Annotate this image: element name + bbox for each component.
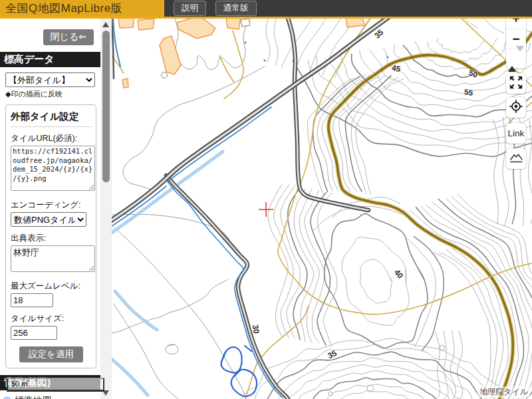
contour-label-55: 55 (464, 87, 473, 98)
contour-label-30: 30 (251, 324, 261, 334)
fullscreen-control (506, 73, 526, 94)
encoding-label: エンコーディング: (11, 200, 92, 211)
tile-url-label: タイルURL(必須): (11, 133, 92, 144)
geolocate-control (506, 97, 526, 118)
compass-icon (508, 52, 524, 66)
fullscreen-button[interactable] (507, 74, 525, 93)
geolocate-icon (509, 99, 523, 114)
app-window: 35 45 50 55 40 30 35 地理院タイル 全国Q地図MapLibr… (0, 0, 532, 399)
attribution-input[interactable]: 林野庁 (11, 245, 95, 272)
app-header: 全国Q地図MapLibre版 説明 通常版 (0, 0, 532, 19)
sidebar-scrollbar[interactable] (100, 19, 112, 399)
max-zoom-input[interactable] (11, 293, 53, 307)
background-option-row: 標準地図 (3, 395, 98, 399)
app-title-block: 全国Q地図MapLibre版 (0, 0, 164, 17)
background-standard-radio[interactable] (3, 397, 11, 399)
link-button[interactable]: Link (507, 124, 525, 143)
help-button[interactable]: 説明 (174, 1, 206, 16)
terrain-button[interactable] (507, 149, 525, 168)
encoding-select[interactable]: 数値PNGタイル (11, 212, 86, 227)
elevation-source-select[interactable]: 【外部タイル】 (5, 72, 95, 87)
scale-label: 50 m (11, 380, 27, 388)
zoom-out-button[interactable]: − (507, 29, 525, 48)
external-tile-settings-box: 外部タイル設定 タイルURL(必須): https://cf192141.clo… (5, 104, 96, 368)
geolocate-button[interactable] (507, 98, 525, 117)
tile-size-label: タイルサイズ: (11, 313, 92, 325)
contour-label-45: 45 (391, 63, 402, 74)
external-tile-settings-title: 外部タイル設定 (11, 110, 92, 127)
elevation-note: ◆印の描画に反映 (5, 89, 95, 99)
link-control: Link (506, 123, 526, 144)
map-scale-bar: 50 m (7, 378, 104, 392)
tile-size-input[interactable] (11, 326, 57, 340)
terrain-control (506, 148, 526, 169)
background-standard-label: 標準地図 (15, 395, 52, 399)
app-title: 全国Q地図MapLibre版 (5, 1, 122, 16)
map-attribution: 地理院タイル (477, 386, 530, 398)
max-zoom-label: 最大ズームレベル: (11, 281, 92, 292)
apply-settings-button[interactable]: 設定を適用 (19, 346, 83, 362)
elevation-section-header: 標高データ (0, 52, 100, 67)
normal-version-button[interactable]: 通常版 (215, 1, 257, 16)
scrollbar-thumb[interactable] (102, 31, 110, 182)
terrain-mountains-icon (508, 150, 524, 166)
fullscreen-icon (509, 75, 523, 90)
attribution-label: 出典表示: (11, 233, 92, 244)
settings-sidebar: 閉じる⇐ 標高データ 【外部タイル】 ◆印の描画に反映 外部タイル設定 タイルU… (0, 19, 112, 399)
scrollbar-up-arrow-icon[interactable] (102, 22, 109, 27)
close-sidebar-button[interactable]: 閉じる⇐ (43, 29, 94, 45)
tile-url-input[interactable]: https://cf192141.cloudfree.jp/nagaoka/de… (11, 146, 95, 191)
compass-pitch-button[interactable] (507, 49, 525, 68)
